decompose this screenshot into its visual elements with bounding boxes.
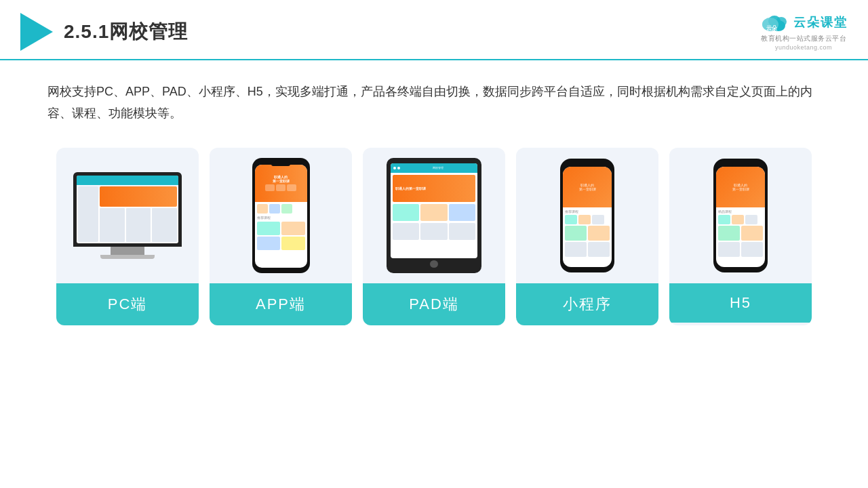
h5-card-grid-2 xyxy=(718,242,763,257)
phone-row-1 xyxy=(257,204,305,214)
tablet-body: 职通人的第一堂职课 xyxy=(391,173,477,258)
card-miniprogram-image: 职通人的第一堂职课 推荐课程 xyxy=(516,148,658,283)
tablet-home-button xyxy=(430,260,438,268)
card-pad: 网校管理 职通人的第一堂职课 xyxy=(363,148,505,325)
h5-card-4 xyxy=(741,242,763,257)
tablet-card-5 xyxy=(420,223,447,240)
svg-text:云朵: 云朵 xyxy=(766,25,778,31)
pc-screen-content xyxy=(77,176,178,243)
card-h5-label: H5 xyxy=(669,283,812,323)
mini-phone-top-mp: 职通人的第一堂职课 xyxy=(563,167,612,207)
pc-body xyxy=(77,185,178,243)
pc-mini-card-3 xyxy=(152,208,177,242)
mini-phone-top-text-mp: 职通人的第一堂职课 xyxy=(578,182,597,192)
card-app-image: 职通人的第一堂职课 xyxy=(210,148,352,283)
pc-mini-cards xyxy=(100,208,177,242)
mini-box-3 xyxy=(592,215,604,224)
platform-cards: PC端 职通人的第一堂职课 xyxy=(0,131,868,346)
mini-row-1 xyxy=(565,215,610,224)
phone-card-1 xyxy=(257,222,281,235)
pc-content xyxy=(100,186,177,242)
tablet-card-3 xyxy=(449,204,475,221)
card-h5: 职通人的第一堂职课 精品课程 xyxy=(669,148,812,325)
mini-box-2 xyxy=(578,215,591,224)
mini-card-3 xyxy=(565,242,587,257)
phone-card-4 xyxy=(281,237,305,250)
brand-name: 云朵课堂 xyxy=(793,14,848,30)
card-pad-image: 网校管理 职通人的第一堂职课 xyxy=(363,148,505,283)
tablet-screen: 网校管理 职通人的第一堂职课 xyxy=(391,163,477,258)
h5-box-3 xyxy=(745,215,757,224)
pc-screen-inner xyxy=(77,176,178,243)
header-left: 2.5.1网校管理 xyxy=(20,13,188,51)
mini-card-grid-1 xyxy=(565,226,610,241)
pc-banner xyxy=(100,186,177,207)
page-title: 2.5.1网校管理 xyxy=(64,19,188,45)
mini-card-grid-2 xyxy=(565,242,610,257)
card-miniprogram-label: 小程序 xyxy=(516,283,658,325)
h5-card-grid-1 xyxy=(718,226,763,241)
page-header: 2.5.1网校管理 云朵 云朵课堂 教育机构一站式服务云平台 yunduoket… xyxy=(0,0,868,60)
mini-phone-screen-h5: 职通人的第一堂职课 精品课程 xyxy=(716,167,765,267)
tablet-card-6 xyxy=(449,223,475,240)
pc-stand xyxy=(111,247,144,255)
pc-nav-bar xyxy=(77,176,178,185)
phone-body-app: 推荐课程 xyxy=(255,202,307,268)
mini-card-2 xyxy=(588,226,610,241)
h5-card-3 xyxy=(718,242,740,257)
tablet-card-2 xyxy=(420,204,447,221)
mini-phone-mockup-h5: 职通人的第一堂职课 精品课程 xyxy=(713,159,768,272)
tablet-nav-dot-1 xyxy=(393,167,396,169)
brand-logo: 云朵 云朵课堂 xyxy=(760,12,848,33)
tablet-cards-2 xyxy=(393,223,475,240)
phone-icon-3 xyxy=(281,204,292,214)
phone-card-row-app xyxy=(257,222,305,235)
logo-triangle-icon xyxy=(20,13,53,51)
tablet-banner: 职通人的第一堂职课 xyxy=(393,175,475,202)
h5-card-2 xyxy=(741,226,763,241)
tablet-card-4 xyxy=(393,223,419,240)
phone-screen-app: 职通人的第一堂职课 xyxy=(255,165,307,268)
phone-card-row-2 xyxy=(257,237,305,250)
h5-box-1 xyxy=(718,215,730,224)
mini-phone-notch-h5 xyxy=(732,163,749,167)
brand-area: 云朵 云朵课堂 教育机构一站式服务云平台 yunduoketang.com xyxy=(760,12,848,51)
card-pad-label: PAD端 xyxy=(363,283,505,325)
h5-card-1 xyxy=(718,226,740,241)
card-app-label: APP端 xyxy=(210,283,352,325)
mini-card-4 xyxy=(588,242,610,257)
pc-sidebar xyxy=(78,186,98,242)
phone-icon-1 xyxy=(257,204,268,214)
mini-phone-notch-mp xyxy=(579,163,595,167)
card-app: 职通人的第一堂职课 xyxy=(210,148,352,325)
mini-box-1 xyxy=(565,215,577,224)
pc-screen-outer xyxy=(73,172,182,247)
cloud-icon: 云朵 xyxy=(760,12,789,33)
phone-card-2 xyxy=(281,222,305,235)
card-pc-label: PC端 xyxy=(56,283,199,325)
mini-phone-top-text-h5: 职通人的第一堂职课 xyxy=(731,182,751,192)
brand-tagline: 教育机构一站式服务云平台 yunduoketang.com xyxy=(761,34,846,51)
description-text: 网校支持PC、APP、PAD、小程序、H5，实现多端打通，产品各终端自由切换，数… xyxy=(0,60,868,131)
mini-card-1 xyxy=(565,226,587,241)
phone-icon-2 xyxy=(269,204,280,214)
pc-base xyxy=(100,255,155,259)
phone-card-3 xyxy=(257,237,281,250)
mini-phone-screen-mp: 职通人的第一堂职课 推荐课程 xyxy=(563,167,612,267)
tablet-nav: 网校管理 xyxy=(391,163,477,173)
mini-phone-mockup-mp: 职通人的第一堂职课 推荐课程 xyxy=(560,159,614,272)
pc-mini-card-2 xyxy=(126,208,151,242)
tablet-mockup: 网校管理 职通人的第一堂职课 xyxy=(387,158,481,273)
tablet-nav-dot-2 xyxy=(397,167,400,169)
card-pc-image xyxy=(56,148,199,283)
phone-screen-top-app: 职通人的第一堂职课 xyxy=(255,165,307,202)
tablet-card-1 xyxy=(393,204,419,221)
h5-row-1 xyxy=(718,215,763,224)
mini-phone-body-h5: 精品课程 xyxy=(716,207,765,267)
tablet-cards-1 xyxy=(393,204,475,221)
mini-phone-top-h5: 职通人的第一堂职课 xyxy=(716,167,765,207)
phone-notch-app xyxy=(271,162,290,166)
card-miniprogram: 职通人的第一堂职课 推荐课程 xyxy=(516,148,658,325)
h5-box-2 xyxy=(732,215,744,224)
card-h5-image: 职通人的第一堂职课 精品课程 xyxy=(669,148,812,283)
